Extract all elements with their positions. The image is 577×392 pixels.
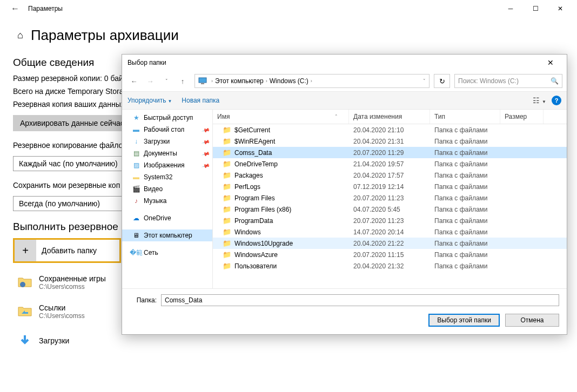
file-type: Папка с файлами — [430, 172, 500, 179]
breadcrumb-pc[interactable]: Этот компьютер — [215, 77, 264, 85]
back-button[interactable]: ← — [4, 4, 26, 13]
tree-downloads[interactable]: ↓Загрузки📌 — [122, 136, 212, 147]
page-title: Параметры архивации — [31, 27, 179, 44]
plus-icon: + — [15, 240, 36, 261]
nav-forward-button[interactable]: → — [143, 75, 158, 87]
backup-now-button[interactable]: Архивировать данные сейчас — [13, 115, 131, 131]
tree-music[interactable]: ♪Музыка — [122, 195, 212, 207]
organize-menu[interactable]: Упорядочить▼ — [128, 97, 172, 104]
refresh-button[interactable]: ↻ — [434, 74, 450, 88]
file-name: OneDriveTemp — [234, 160, 278, 168]
downloads-icon: ↓ — [132, 137, 140, 146]
tree-pictures[interactable]: ▨Изображения📌 — [122, 159, 212, 171]
file-type: Папка с файлами — [430, 160, 500, 168]
frequency-value: Каждый час (по умолчанию) — [19, 159, 118, 168]
svg-rect-2 — [201, 83, 204, 84]
breadcrumb[interactable]: › Этот компьютер › Windows (C:) › ˅ — [194, 74, 430, 88]
file-row[interactable]: 📁Пользователи20.04.2020 21:32Папка с фай… — [213, 260, 567, 272]
maximize-button[interactable]: ☐ — [523, 0, 548, 17]
folder-icon: 📁 — [223, 239, 231, 247]
help-icon[interactable]: ? — [552, 96, 561, 105]
dialog-close-button[interactable]: ✕ — [540, 58, 561, 67]
tree-network[interactable]: �範Сеть — [122, 247, 212, 259]
pin-icon: 📌 — [202, 149, 210, 158]
navigation-tree: ★Быстрый доступ ▬Рабочий стол📌 ↓Загрузки… — [122, 110, 213, 288]
file-date: 21.04.2020 19:57 — [349, 160, 430, 168]
tree-this-pc[interactable]: 🖥Этот компьютер — [122, 229, 212, 241]
minimize-button[interactable]: ─ — [498, 0, 523, 17]
column-type[interactable]: Тип — [430, 110, 500, 124]
add-folder-button[interactable]: + Добавить папку — [13, 238, 121, 263]
tree-video[interactable]: 🎬Видео — [122, 183, 212, 195]
file-row[interactable]: 📁WindowsAzure20.07.2020 11:15Папка с фай… — [213, 249, 567, 260]
tree-system32[interactable]: ▬System32 — [122, 171, 212, 183]
file-row[interactable]: 📁$GetCurrent20.04.2020 21:10Папка с файл… — [213, 124, 567, 136]
keep-value: Всегда (по умолчанию) — [19, 199, 100, 208]
column-size[interactable]: Размер — [500, 110, 544, 124]
file-date: 04.07.2020 5:45 — [349, 206, 430, 213]
file-name: Windows10Upgrade — [234, 240, 293, 247]
nav-recent-button[interactable]: ˅ — [159, 75, 174, 87]
folder-field-input[interactable] — [161, 294, 559, 306]
file-type: Папка с файлами — [430, 228, 500, 236]
select-folder-button[interactable]: Выбор этой папки — [428, 314, 500, 327]
folder-icon: 📁 — [223, 148, 231, 157]
file-date: 20.04.2020 21:31 — [349, 138, 430, 145]
folder-icon: 📁 — [223, 126, 231, 134]
file-name: Windows — [234, 228, 261, 236]
search-input[interactable]: Поиск: Windows (C:) 🔍 — [454, 74, 562, 88]
file-row[interactable]: 📁$WinREAgent20.04.2020 21:31Папка с файл… — [213, 136, 567, 147]
file-name: $GetCurrent — [234, 126, 270, 134]
folder-icon: ▬ — [132, 173, 140, 181]
view-options-button[interactable]: ☷ ▼ — [533, 96, 546, 105]
breadcrumb-drive[interactable]: Windows (C:) — [270, 77, 308, 85]
cancel-button[interactable]: Отмена — [505, 314, 559, 327]
folder-path: C:\Users\comss — [39, 312, 85, 320]
folder-icon: 📁 — [223, 205, 231, 213]
folder-icon: 📁 — [223, 251, 231, 259]
file-name: Program Files — [234, 194, 275, 202]
file-name: Program Files (x86) — [234, 206, 291, 213]
file-type: Папка с файлами — [430, 126, 500, 134]
saved-games-icon — [15, 273, 35, 292]
file-row[interactable]: 📁Windows14.07.2020 20:14Папка с файлами — [213, 226, 567, 238]
home-icon[interactable]: ⌂ — [17, 30, 23, 41]
tree-onedrive[interactable]: ☁OneDrive — [122, 212, 212, 224]
file-type: Папка с файлами — [430, 194, 500, 202]
search-icon: 🔍 — [551, 77, 559, 85]
file-type: Папка с файлами — [430, 138, 500, 145]
file-date: 20.07.2020 11:23 — [349, 217, 430, 225]
file-row[interactable]: 📁ProgramData20.07.2020 11:23Папка с файл… — [213, 215, 567, 226]
folder-name: Сохраненные игры — [39, 274, 106, 283]
column-name[interactable]: Имя˄ — [213, 110, 349, 124]
window-title: Параметры — [28, 5, 63, 12]
close-button[interactable]: ✕ — [548, 0, 573, 17]
music-icon: ♪ — [132, 197, 140, 205]
file-date: 14.07.2020 20:14 — [349, 228, 430, 236]
new-folder-button[interactable]: Новая папка — [182, 97, 219, 104]
column-date[interactable]: Дата изменения — [349, 110, 430, 124]
file-type: Папка с файлами — [430, 149, 500, 157]
sort-asc-icon: ˄ — [335, 114, 344, 119]
file-row[interactable]: 📁PerfLogs07.12.2019 12:14Папка с файлами — [213, 181, 567, 192]
folder-icon: 📁 — [223, 137, 231, 145]
file-row[interactable]: 📁Program Files (x86)04.07.2020 5:45Папка… — [213, 204, 567, 215]
nav-up-button[interactable]: ↑ — [175, 75, 190, 87]
nav-back-button[interactable]: ← — [126, 75, 142, 87]
file-row[interactable]: 📁Program Files20.07.2020 11:23Папка с фа… — [213, 192, 567, 204]
file-type: Папка с файлами — [430, 183, 500, 191]
file-date: 20.04.2020 21:10 — [349, 126, 430, 134]
file-type: Папка с файлами — [430, 262, 500, 270]
file-row[interactable]: 📁Windows10Upgrade20.04.2020 21:22Папка с… — [213, 238, 567, 249]
file-row[interactable]: 📁Packages20.04.2020 17:57Папка с файлами — [213, 170, 567, 181]
frequency-dropdown[interactable]: Каждый час (по умолчанию) ∨ — [13, 156, 137, 171]
breadcrumb-dropdown-icon[interactable]: ˅ — [423, 78, 426, 84]
tree-quick-access[interactable]: ★Быстрый доступ — [122, 112, 212, 124]
tree-desktop[interactable]: ▬Рабочий стол📌 — [122, 124, 212, 136]
file-row[interactable]: 📁OneDriveTemp21.04.2020 19:57Папка с фай… — [213, 158, 567, 170]
file-row[interactable]: 📁Comss_Data20.07.2020 11:29Папка с файла… — [213, 147, 567, 158]
tree-documents[interactable]: ▤Документы📌 — [122, 147, 212, 159]
keep-dropdown[interactable]: Всегда (по умолчанию) ∨ — [13, 196, 137, 211]
folder-icon: 📁 — [223, 171, 231, 179]
pictures-icon: ▨ — [132, 161, 140, 170]
